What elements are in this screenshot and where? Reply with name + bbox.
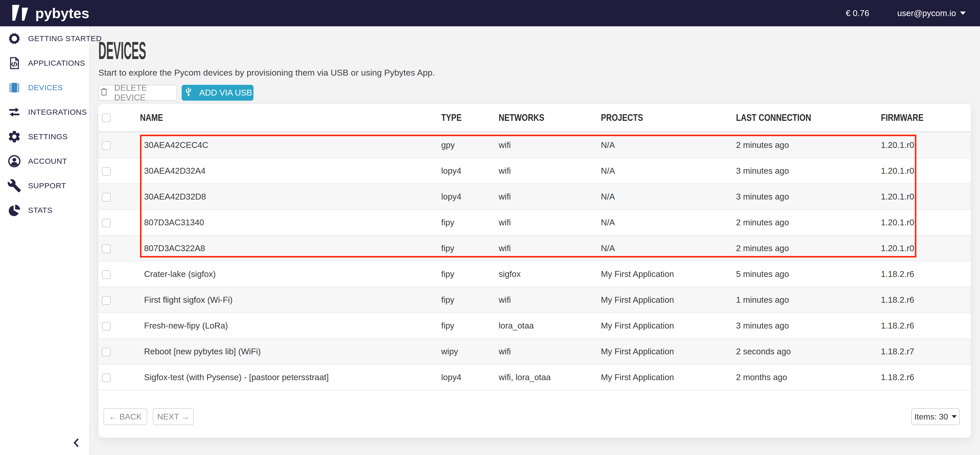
- table-row[interactable]: Crater-lake (sigfox) fipy sigfox My Firs…: [99, 261, 971, 287]
- main-content: DEVICES Start to explore the Pycom devic…: [90, 26, 980, 455]
- device-name-cell: Sigfox-test (with Pysense) - [pastoor pe…: [140, 364, 441, 390]
- top-bar: pybytes € 0.76 user@pycom.io: [0, 0, 980, 26]
- sidebar-item-applications[interactable]: APPLICATIONS: [0, 51, 89, 75]
- sidebar-item-label: APPLICATIONS: [28, 59, 85, 67]
- delete-device-button[interactable]: DELETE DEVICE: [99, 85, 177, 101]
- table-row[interactable]: Fresh-new-fipy (LoRa) fipy lora_otaa My …: [99, 313, 971, 339]
- device-firmware-cell: 1.20.1.r0: [881, 235, 971, 261]
- sidebar-item-getting-started[interactable]: GETTING STARTED: [0, 26, 89, 51]
- device-last-connection-cell: 3 minutes ago: [736, 158, 881, 184]
- table-row[interactable]: 30AEA42CEC4C gpy wifi N/A 2 minutes ago …: [99, 132, 971, 158]
- row-checkbox[interactable]: [102, 193, 111, 202]
- device-last-connection-cell: 3 minutes ago: [736, 313, 881, 339]
- device-type-cell: fipy: [441, 235, 499, 261]
- device-table-body: 30AEA42CEC4C gpy wifi N/A 2 minutes ago …: [99, 132, 971, 390]
- page-title: DEVICES: [99, 38, 495, 63]
- gear-icon: [7, 129, 21, 144]
- back-button[interactable]: ← BACK: [103, 408, 147, 425]
- device-type-cell: gpy: [441, 132, 499, 158]
- next-button[interactable]: NEXT →: [153, 408, 194, 425]
- sidebar-item-devices[interactable]: DEVICES: [0, 75, 89, 100]
- sidebar-item-settings[interactable]: SETTINGS: [0, 124, 89, 149]
- device-last-connection-cell: 2 minutes ago: [736, 235, 881, 261]
- row-checkbox[interactable]: [102, 296, 111, 305]
- column-header-networks: NETWORKS: [499, 112, 544, 123]
- device-firmware-cell: 1.20.1.r0: [881, 210, 971, 235]
- pie-chart-icon: [7, 203, 21, 217]
- device-type-cell: fipy: [441, 210, 499, 235]
- code-document-icon: [7, 56, 21, 70]
- device-projects-cell: N/A: [601, 132, 736, 158]
- toolbar: DELETE DEVICE ADD VIA USB: [99, 85, 980, 101]
- column-header-type: TYPE: [441, 112, 461, 123]
- device-networks-cell: wifi, lora_otaa: [499, 364, 601, 390]
- sidebar-item-label: INTEGRATIONS: [28, 108, 87, 116]
- device-name-cell: First flight sigfox (Wi-Fi): [140, 287, 441, 313]
- add-via-usb-button[interactable]: ADD VIA USB: [181, 85, 253, 101]
- device-type-cell: lopy4: [441, 158, 499, 184]
- sidebar-item-support[interactable]: SUPPORT: [0, 173, 89, 198]
- device-projects-cell: N/A: [601, 184, 736, 210]
- account-balance: € 0.76: [846, 8, 869, 18]
- device-firmware-cell: 1.20.1.r0: [881, 132, 971, 158]
- brand[interactable]: pybytes: [0, 4, 89, 22]
- sidebar-item-stats[interactable]: STATS: [0, 198, 89, 223]
- column-header-projects: PROJECTS: [601, 112, 643, 123]
- column-header-last-connection: LAST CONNECTION: [736, 112, 811, 123]
- wrench-icon: [7, 178, 21, 193]
- chevron-down-icon: [951, 415, 957, 418]
- device-last-connection-cell: 3 minutes ago: [736, 184, 881, 210]
- pagination-bar: ← BACK NEXT → Items: 30: [99, 408, 971, 425]
- device-name-cell: 807D3AC31340: [140, 210, 441, 235]
- sidebar-item-label: SUPPORT: [28, 181, 66, 190]
- row-checkbox[interactable]: [102, 348, 111, 356]
- sidebar-collapse-button[interactable]: [70, 436, 84, 450]
- device-name-cell: 30AEA42D32A4: [140, 158, 441, 184]
- device-name-cell: 30AEA42CEC4C: [140, 132, 441, 158]
- chevron-left-icon: [75, 439, 78, 447]
- device-projects-cell: N/A: [601, 210, 736, 235]
- device-last-connection-cell: 2 months ago: [736, 364, 881, 390]
- row-checkbox[interactable]: [102, 322, 111, 331]
- swap-arrows-icon: [7, 105, 21, 119]
- sidebar-item-account[interactable]: ACCOUNT: [0, 149, 89, 173]
- device-networks-cell: wifi: [499, 235, 601, 261]
- device-type-cell: fipy: [441, 287, 499, 313]
- sidebar: GETTING STARTED APPLICATIONS: [0, 26, 90, 455]
- device-networks-cell: wifi: [499, 339, 601, 364]
- table-row[interactable]: First flight sigfox (Wi-Fi) fipy wifi My…: [99, 287, 971, 313]
- row-checkbox[interactable]: [102, 245, 111, 253]
- device-firmware-cell: 1.18.2.r6: [881, 364, 971, 390]
- user-email: user@pycom.io: [897, 8, 956, 18]
- device-type-cell: fipy: [441, 261, 499, 287]
- table-row[interactable]: 30AEA42D32A4 lopy4 wifi N/A 3 minutes ag…: [99, 158, 971, 184]
- add-via-usb-label: ADD VIA USB: [199, 88, 252, 98]
- device-firmware-cell: 1.20.1.r0: [881, 184, 971, 210]
- device-projects-cell: N/A: [601, 235, 736, 261]
- row-checkbox[interactable]: [102, 374, 111, 382]
- table-row[interactable]: 30AEA42D32D8 lopy4 wifi N/A 3 minutes ag…: [99, 184, 971, 210]
- row-checkbox[interactable]: [102, 219, 111, 228]
- sidebar-item-label: DEVICES: [28, 83, 63, 92]
- items-per-page-dropdown[interactable]: Items: 30: [911, 408, 960, 425]
- select-all-checkbox[interactable]: [102, 113, 111, 122]
- row-checkbox[interactable]: [102, 270, 111, 279]
- row-checkbox[interactable]: [102, 141, 111, 150]
- sidebar-item-integrations[interactable]: INTEGRATIONS: [0, 100, 89, 124]
- table-row[interactable]: 807D3AC31340 fipy wifi N/A 2 minutes ago…: [99, 210, 971, 235]
- device-last-connection-cell: 2 seconds ago: [736, 339, 881, 364]
- table-header-row: NAME TYPE NETWORKS PROJECTS LAST CONNECT…: [99, 104, 971, 132]
- device-firmware-cell: 1.20.1.r0: [881, 158, 971, 184]
- user-menu[interactable]: user@pycom.io: [897, 8, 966, 18]
- items-per-page-label: Items: 30: [914, 412, 948, 422]
- device-networks-cell: wifi: [499, 210, 601, 235]
- device-type-cell: lopy4: [441, 184, 499, 210]
- table-row[interactable]: 807D3AC322A8 fipy wifi N/A 2 minutes ago…: [99, 235, 971, 261]
- device-firmware-cell: 1.18.2.r6: [881, 287, 971, 313]
- row-checkbox[interactable]: [102, 167, 111, 176]
- device-name-cell: Fresh-new-fipy (LoRa): [140, 313, 441, 339]
- table-row[interactable]: Sigfox-test (with Pysense) - [pastoor pe…: [99, 364, 971, 390]
- brand-name: pybytes: [35, 5, 89, 21]
- sun-burst-icon: [7, 32, 21, 46]
- table-row[interactable]: Reboot [new pybytes lib] (WiFi) wipy wif…: [99, 339, 971, 364]
